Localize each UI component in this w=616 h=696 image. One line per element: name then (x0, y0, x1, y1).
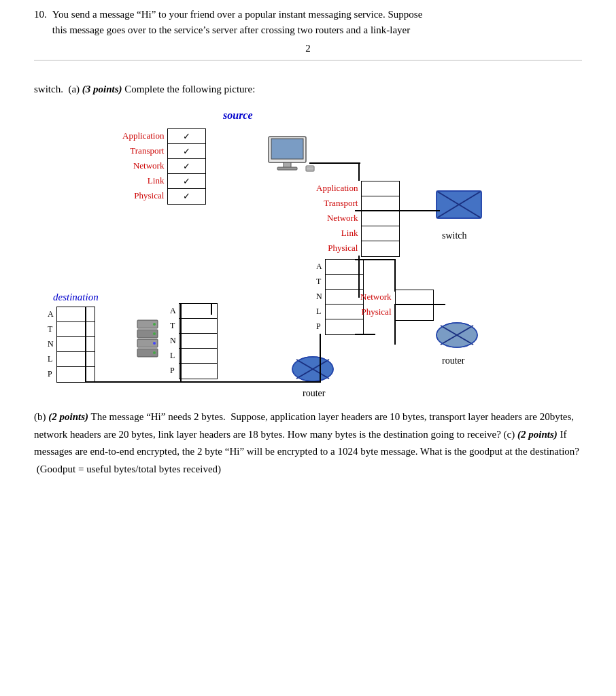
letter-l-center: L (316, 304, 324, 319)
svg-rect-3 (277, 167, 297, 170)
svg-rect-1 (271, 139, 303, 159)
source-link-cell: ✓ (168, 174, 205, 189)
switch-icon-top (435, 188, 483, 225)
source-physical-cell: ✓ (168, 189, 205, 204)
source-label: source (223, 109, 253, 122)
switch-label: switch (442, 230, 467, 241)
source-stack-container: Application Transport Network Link Physi… (122, 128, 206, 205)
router-label-top-right: router (442, 355, 464, 366)
vline-router1-top (211, 303, 212, 315)
center-bottom-cells (325, 259, 364, 335)
vline-r2-top (394, 259, 396, 292)
router-svg-top-right (435, 320, 479, 351)
r1-l-cell (179, 349, 217, 364)
mid-top-app-cell (362, 181, 399, 196)
router-svg-bottom-center (291, 354, 335, 385)
letter-p-center: P (316, 319, 324, 334)
r1-n-cell (179, 334, 217, 349)
r1-letter-a: A (170, 303, 177, 318)
router2-stack-container: Network Physical (360, 290, 434, 321)
r1-t-cell (179, 319, 217, 334)
router2-physical-label: Physical (360, 304, 394, 319)
vline-to-mid-stack (358, 162, 360, 181)
destination-label: destination (53, 292, 99, 303)
dest-p-cell (57, 367, 95, 382)
part-b-content: (b) (2 points) The message “Hi” needs 2 … (34, 411, 579, 474)
source-network-cell: ✓ (168, 159, 205, 174)
dest-cells (56, 307, 95, 383)
mid-top-link-label: Link (316, 226, 360, 241)
mid-top-physical-cell (362, 241, 399, 256)
hline-mid-to-r2 (355, 259, 396, 260)
subproblem-intro: switch. (a) (3 points) Complete the foll… (34, 81, 582, 97)
router1-letters: A T N L P (170, 303, 177, 378)
source-transport-label: Transport (122, 143, 166, 158)
router2-labels: Network Physical (360, 290, 394, 319)
mid-top-physical-label: Physical (316, 241, 360, 256)
source-network-label: Network (122, 158, 166, 173)
problem-intro: You send a message “Hi” to your friend o… (52, 7, 423, 37)
mid-top-network-label: Network (316, 211, 360, 226)
dest-letter-p: P (48, 366, 55, 381)
r2-physical-cell (396, 305, 433, 320)
mid-top-transport-cell (362, 196, 399, 211)
vline-center-bottom (320, 334, 321, 383)
vline-router1-bottom (180, 303, 182, 383)
diagram-area: source Application Transport Network Lin… (34, 109, 582, 402)
mid-top-stack-container: Application Transport Network Link Physi… (316, 181, 400, 257)
mid-top-app-label: Application (316, 181, 360, 196)
hline-center-to-right (355, 334, 375, 335)
router2-cells (395, 290, 434, 321)
dest-letter-n: N (48, 336, 55, 351)
dest-a-cell (57, 307, 95, 322)
source-transport-cell: ✓ (168, 144, 205, 159)
svg-point-25 (153, 342, 156, 345)
r1-letter-p: P (170, 363, 177, 378)
dest-stack-container: A T N L P (48, 307, 95, 383)
dest-t-cell (57, 322, 95, 337)
mid-top-network-cell (362, 211, 399, 226)
source-layer-labels: Application Transport Network Link Physi… (122, 128, 166, 203)
page-container: 10. You send a message “Hi” to your frie… (0, 0, 616, 498)
vline-dest-bottom (85, 307, 86, 383)
mid-top-transport-label: Transport (316, 196, 360, 211)
svg-point-23 (153, 323, 156, 326)
hline-r2-to-router-icon (394, 304, 445, 305)
letter-a-center: A (316, 259, 324, 274)
svg-rect-4 (306, 166, 314, 171)
source-app-cell: ✓ (168, 129, 205, 144)
server-icon (131, 319, 165, 370)
r1-letter-t: T (170, 318, 177, 333)
hline-source-to-mid (309, 162, 360, 164)
dest-letter-a: A (48, 307, 55, 321)
source-link-label: Link (122, 173, 166, 188)
problem-intro-line1: You send a message “Hi” to your friend o… (52, 7, 423, 22)
atnlp-letters-center: A T N L P (316, 259, 324, 334)
subproblem-intro-text: switch. (a) (3 points) Complete the foll… (34, 84, 255, 94)
dest-l-cell (57, 352, 95, 367)
hline-mid-to-switch (355, 210, 440, 211)
hline-router1-to-center (180, 381, 320, 383)
dest-letter-l: L (48, 351, 55, 366)
dest-letters: A T N L P (48, 307, 55, 381)
computer-icon (265, 135, 316, 176)
svg-point-24 (153, 332, 156, 335)
r1-letter-l: L (170, 348, 177, 363)
cb-p-cell (326, 319, 363, 334)
divider (34, 60, 582, 60)
router-icon-top-right (435, 320, 479, 351)
switch-svg-top (435, 188, 483, 225)
dest-letter-t: T (48, 321, 55, 336)
server-svg (131, 319, 165, 370)
part-b-text: (b) (2 points) The message “Hi” needs 2 … (34, 408, 582, 478)
r2-network-cell (396, 290, 433, 305)
hline-dest-to-router1 (85, 381, 184, 383)
letter-n-center: N (316, 289, 324, 304)
source-stack-cells: ✓ ✓ ✓ ✓ ✓ (167, 128, 206, 205)
problem-number: 10. (34, 7, 47, 37)
cb-t-cell (326, 275, 363, 290)
page-number: 2 (34, 43, 582, 54)
mid-top-cells (361, 181, 400, 257)
svg-point-26 (153, 351, 156, 354)
computer-svg (265, 135, 316, 176)
